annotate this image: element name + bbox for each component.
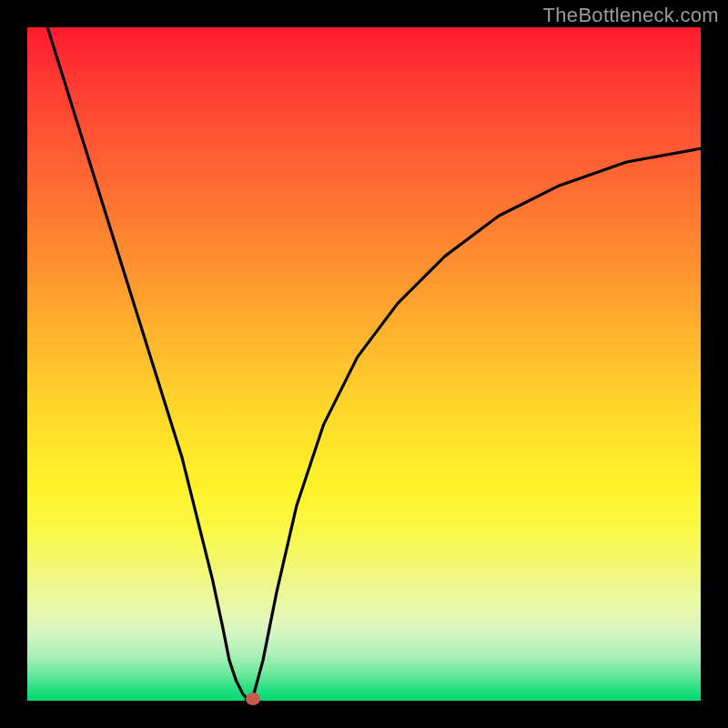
bottleneck-curve [47, 27, 701, 700]
curve-svg [27, 27, 701, 701]
plot-area [27, 27, 701, 701]
watermark-text: TheBottleneck.com [543, 4, 719, 27]
marker-dot [246, 693, 260, 705]
chart-frame: TheBottleneck.com [0, 0, 728, 728]
